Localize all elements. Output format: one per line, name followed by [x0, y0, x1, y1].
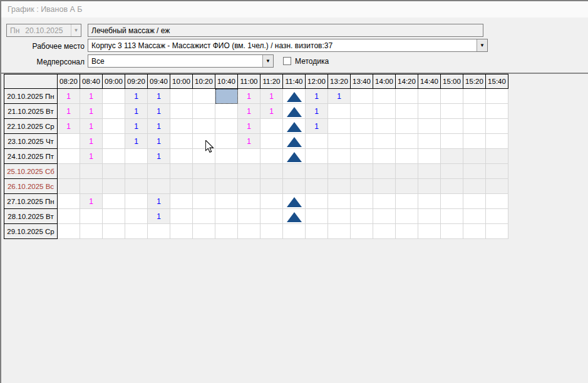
chevron-down-icon[interactable]: ▼ — [477, 39, 487, 51]
slot-cell[interactable]: 1 — [238, 134, 260, 149]
slot-cell[interactable] — [418, 104, 441, 119]
slot-cell[interactable] — [486, 134, 508, 149]
slot-cell[interactable] — [328, 224, 351, 239]
slot-cell[interactable] — [260, 164, 283, 179]
slot-cell[interactable] — [215, 209, 238, 224]
slot-cell[interactable] — [103, 164, 125, 179]
slot-cell[interactable] — [306, 134, 328, 149]
slot-cell[interactable] — [103, 209, 125, 224]
slot-cell[interactable] — [238, 149, 260, 164]
slot-cell[interactable] — [260, 134, 283, 149]
slot-cell[interactable] — [328, 179, 351, 194]
slot-cell[interactable] — [103, 134, 125, 149]
slot-cell[interactable] — [328, 119, 351, 134]
workplace-combobox[interactable]: Корпус 3 113 Массаж - Массажист ФИО (вм.… — [88, 39, 488, 52]
slot-cell[interactable] — [238, 164, 260, 179]
slot-cell[interactable] — [486, 179, 508, 194]
slot-cell[interactable] — [441, 224, 463, 239]
slot-cell[interactable] — [463, 194, 486, 209]
slot-cell[interactable] — [486, 224, 508, 239]
slot-cell[interactable] — [441, 134, 463, 149]
slot-cell[interactable] — [170, 209, 193, 224]
slot-cell[interactable]: 1 — [125, 104, 148, 119]
slot-cell[interactable]: 1 — [80, 104, 103, 119]
slot-cell[interactable] — [283, 149, 306, 164]
slot-cell[interactable] — [486, 89, 508, 104]
slot-cell[interactable] — [215, 149, 238, 164]
slot-cell[interactable] — [170, 134, 193, 149]
slot-cell[interactable] — [463, 224, 486, 239]
slot-cell[interactable] — [170, 104, 193, 119]
slot-cell[interactable] — [193, 209, 215, 224]
slot-cell[interactable] — [260, 179, 283, 194]
slot-cell[interactable] — [125, 194, 148, 209]
slot-cell[interactable]: 1 — [58, 89, 80, 104]
slot-cell[interactable]: 1 — [58, 119, 80, 134]
slot-cell[interactable] — [328, 164, 351, 179]
slot-cell[interactable] — [215, 194, 238, 209]
slot-cell[interactable] — [396, 134, 418, 149]
slot-cell[interactable] — [396, 164, 418, 179]
slot-cell[interactable] — [125, 209, 148, 224]
slot-cell[interactable] — [328, 134, 351, 149]
slot-cell[interactable] — [58, 164, 80, 179]
slot-cell[interactable] — [80, 209, 103, 224]
slot-cell[interactable]: 1 — [148, 194, 170, 209]
slot-cell[interactable]: 1 — [148, 104, 170, 119]
slot-cell[interactable]: 1 — [148, 134, 170, 149]
slot-cell[interactable] — [306, 179, 328, 194]
slot-cell[interactable] — [58, 209, 80, 224]
slot-cell[interactable] — [486, 149, 508, 164]
slot-cell[interactable] — [170, 119, 193, 134]
slot-cell[interactable] — [351, 104, 373, 119]
slot-cell[interactable] — [193, 164, 215, 179]
slot-cell[interactable] — [103, 179, 125, 194]
slot-cell[interactable] — [328, 194, 351, 209]
slot-cell[interactable]: 1 — [148, 89, 170, 104]
slot-cell[interactable]: 1 — [125, 134, 148, 149]
slot-cell[interactable] — [396, 104, 418, 119]
slot-cell[interactable]: 1 — [328, 89, 351, 104]
slot-cell[interactable] — [148, 179, 170, 194]
slot-cell[interactable] — [486, 104, 508, 119]
slot-cell[interactable] — [463, 104, 486, 119]
slot-cell[interactable]: 1 — [306, 89, 328, 104]
slot-cell[interactable] — [373, 89, 396, 104]
slot-cell[interactable] — [351, 149, 373, 164]
slot-cell[interactable] — [103, 119, 125, 134]
slot-cell[interactable] — [373, 134, 396, 149]
slot-cell[interactable] — [238, 194, 260, 209]
slot-cell[interactable] — [441, 104, 463, 119]
slot-cell[interactable] — [125, 149, 148, 164]
slot-cell[interactable] — [373, 104, 396, 119]
slot-cell[interactable] — [238, 179, 260, 194]
slot-cell[interactable] — [373, 149, 396, 164]
slot-cell[interactable] — [193, 119, 215, 134]
slot-cell[interactable] — [396, 149, 418, 164]
slot-cell[interactable] — [103, 224, 125, 239]
slot-cell[interactable] — [373, 179, 396, 194]
slot-cell[interactable] — [193, 179, 215, 194]
slot-cell[interactable] — [418, 89, 441, 104]
slot-cell[interactable] — [396, 179, 418, 194]
slot-cell[interactable] — [58, 134, 80, 149]
slot-cell[interactable] — [373, 194, 396, 209]
slot-cell[interactable] — [170, 164, 193, 179]
slot-cell[interactable] — [373, 209, 396, 224]
slot-cell[interactable]: 1 — [306, 104, 328, 119]
slot-cell[interactable] — [170, 89, 193, 104]
slot-cell[interactable] — [238, 209, 260, 224]
slot-cell[interactable] — [441, 89, 463, 104]
slot-cell[interactable]: 1 — [125, 89, 148, 104]
slot-cell[interactable] — [170, 149, 193, 164]
slot-cell[interactable] — [215, 119, 238, 134]
slot-cell[interactable] — [283, 224, 306, 239]
slot-cell[interactable] — [351, 119, 373, 134]
slot-cell[interactable] — [441, 164, 463, 179]
slot-cell[interactable] — [396, 224, 418, 239]
slot-cell[interactable] — [260, 194, 283, 209]
slot-cell[interactable] — [306, 209, 328, 224]
slot-cell[interactable] — [80, 224, 103, 239]
slot-cell[interactable] — [441, 209, 463, 224]
slot-cell[interactable] — [418, 134, 441, 149]
